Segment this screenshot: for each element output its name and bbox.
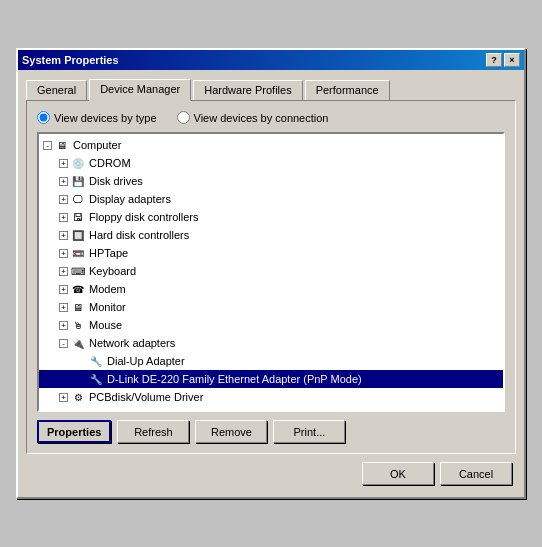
tree-item-modem[interactable]: +☎Modem bbox=[39, 280, 503, 298]
expand-computer[interactable]: - bbox=[43, 141, 52, 150]
system-properties-window: System Properties ? × General Device Man… bbox=[16, 48, 526, 499]
title-bar: System Properties ? × bbox=[18, 50, 524, 70]
tree-item-pcdisk[interactable]: +⚙PCBdisk/Volume Driver bbox=[39, 388, 503, 406]
tree-item-floppy-disk[interactable]: +🖫Floppy disk controllers bbox=[39, 208, 503, 226]
remove-button[interactable]: Remove bbox=[195, 420, 267, 443]
tree-item-hard-disk[interactable]: +🔲Hard disk controllers bbox=[39, 226, 503, 244]
tree-item-display-adapters[interactable]: +🖵Display adapters bbox=[39, 190, 503, 208]
properties-button[interactable]: Properties bbox=[37, 420, 111, 443]
dialog-buttons: OK Cancel bbox=[26, 462, 516, 489]
tree-label-display-adapters: Display adapters bbox=[89, 193, 171, 205]
help-button[interactable]: ? bbox=[486, 53, 502, 67]
close-button[interactable]: × bbox=[504, 53, 520, 67]
display-icon: 🖵 bbox=[70, 191, 86, 207]
view-by-connection-option[interactable]: View devices by connection bbox=[177, 111, 329, 124]
print-button[interactable]: Print... bbox=[273, 420, 345, 443]
tree-label-monitor: Monitor bbox=[89, 301, 126, 313]
tab-content: View devices by type View devices by con… bbox=[26, 100, 516, 454]
tree-item-mouse[interactable]: +🖱Mouse bbox=[39, 316, 503, 334]
generic-icon: ⚙ bbox=[70, 389, 86, 405]
expand-ports[interactable]: + bbox=[59, 411, 68, 413]
tree-item-network-adapters[interactable]: -🔌Network adapters bbox=[39, 334, 503, 352]
tree-item-computer[interactable]: -🖥Computer bbox=[39, 136, 503, 154]
expand-pcdisk[interactable]: + bbox=[59, 393, 68, 402]
expand-hard-disk[interactable]: + bbox=[59, 231, 68, 240]
window-title: System Properties bbox=[22, 54, 119, 66]
tree-label-ports: Ports (COM & LPT) bbox=[89, 409, 184, 412]
tree-item-ports[interactable]: +🔌Ports (COM & LPT) bbox=[39, 406, 503, 412]
tree-label-floppy-disk: Floppy disk controllers bbox=[89, 211, 198, 223]
tree-label-mouse: Mouse bbox=[89, 319, 122, 331]
tab-general[interactable]: General bbox=[26, 80, 87, 101]
port-icon: 🔌 bbox=[70, 407, 86, 412]
computer-icon: 🖥 bbox=[54, 137, 70, 153]
view-by-type-option[interactable]: View devices by type bbox=[37, 111, 157, 124]
window-body: General Device Manager Hardware Profiles… bbox=[18, 70, 524, 497]
view-options-group: View devices by type View devices by con… bbox=[37, 111, 505, 124]
expand-monitor[interactable]: + bbox=[59, 303, 68, 312]
modem-icon: ☎ bbox=[70, 281, 86, 297]
view-by-connection-radio[interactable] bbox=[177, 111, 190, 124]
tree-label-network-adapters: Network adapters bbox=[89, 337, 175, 349]
view-by-connection-label: View devices by connection bbox=[194, 112, 329, 124]
hdd-icon: 🔲 bbox=[70, 227, 86, 243]
expand-disk-drives[interactable]: + bbox=[59, 177, 68, 186]
expand-keyboard[interactable]: + bbox=[59, 267, 68, 276]
mouse-icon: 🖱 bbox=[70, 317, 86, 333]
network-icon: 🔌 bbox=[70, 335, 86, 351]
ok-button[interactable]: OK bbox=[362, 462, 434, 485]
tree-item-disk-drives[interactable]: +💾Disk drives bbox=[39, 172, 503, 190]
title-bar-controls: ? × bbox=[486, 53, 520, 67]
tape-icon: 📼 bbox=[70, 245, 86, 261]
expand-network-adapters[interactable]: - bbox=[59, 339, 68, 348]
tree-label-modem: Modem bbox=[89, 283, 126, 295]
tab-hardware-profiles[interactable]: Hardware Profiles bbox=[193, 80, 302, 101]
tree-label-hptape: HPTape bbox=[89, 247, 128, 259]
floppy-icon: 🖫 bbox=[70, 209, 86, 225]
tree-label-hard-disk: Hard disk controllers bbox=[89, 229, 189, 241]
expand-hptape[interactable]: + bbox=[59, 249, 68, 258]
tree-item-dialup[interactable]: 🔧Dial-Up Adapter bbox=[39, 352, 503, 370]
tree-item-monitor[interactable]: +🖥Monitor bbox=[39, 298, 503, 316]
tree-item-cdrom[interactable]: +💿CDROM bbox=[39, 154, 503, 172]
tree-label-disk-drives: Disk drives bbox=[89, 175, 143, 187]
expand-modem[interactable]: + bbox=[59, 285, 68, 294]
tree-label-dlink: D-Link DE-220 Family Ethernet Adapter (P… bbox=[107, 373, 362, 385]
device-tree[interactable]: -🖥Computer+💿CDROM+💾Disk drives+🖵Display … bbox=[37, 132, 505, 412]
tab-bar: General Device Manager Hardware Profiles… bbox=[26, 79, 516, 101]
tree-item-dlink[interactable]: 🔧D-Link DE-220 Family Ethernet Adapter (… bbox=[39, 370, 503, 388]
action-buttons: Properties Refresh Remove Print... bbox=[37, 420, 505, 443]
view-by-type-label: View devices by type bbox=[54, 112, 157, 124]
cancel-button[interactable]: Cancel bbox=[440, 462, 512, 485]
tree-item-hptape[interactable]: +📼HPTape bbox=[39, 244, 503, 262]
expand-floppy-disk[interactable]: + bbox=[59, 213, 68, 222]
keyboard-icon: ⌨ bbox=[70, 263, 86, 279]
tree-label-pcdisk: PCBdisk/Volume Driver bbox=[89, 391, 203, 403]
view-by-type-radio[interactable] bbox=[37, 111, 50, 124]
monitor-icon: 🖥 bbox=[70, 299, 86, 315]
tree-label-cdrom: CDROM bbox=[89, 157, 131, 169]
tree-item-keyboard[interactable]: +⌨Keyboard bbox=[39, 262, 503, 280]
adapter-icon: 🔧 bbox=[88, 371, 104, 387]
tab-performance[interactable]: Performance bbox=[305, 80, 390, 101]
tree-label-computer: Computer bbox=[73, 139, 121, 151]
tab-device-manager[interactable]: Device Manager bbox=[89, 79, 191, 101]
expand-cdrom[interactable]: + bbox=[59, 159, 68, 168]
tree-label-dialup: Dial-Up Adapter bbox=[107, 355, 185, 367]
refresh-button[interactable]: Refresh bbox=[117, 420, 189, 443]
expand-mouse[interactable]: + bbox=[59, 321, 68, 330]
tree-label-keyboard: Keyboard bbox=[89, 265, 136, 277]
adapter-icon: 🔧 bbox=[88, 353, 104, 369]
cdrom-icon: 💿 bbox=[70, 155, 86, 171]
expand-display-adapters[interactable]: + bbox=[59, 195, 68, 204]
disk-icon: 💾 bbox=[70, 173, 86, 189]
